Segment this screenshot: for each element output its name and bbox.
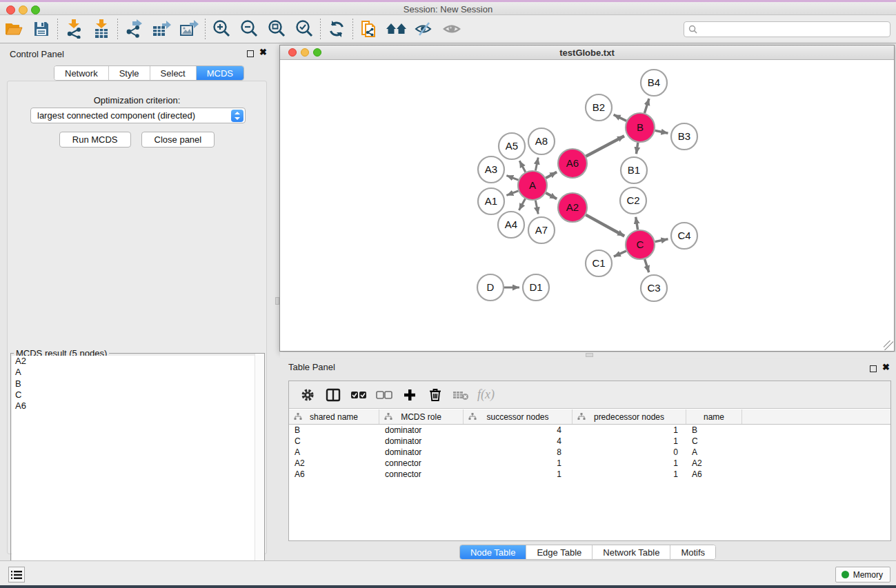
- graph-edge-C-C4[interactable]: [655, 239, 668, 242]
- mcds-list-scrollbar[interactable]: [255, 354, 264, 588]
- mcds-result-list[interactable]: A2ABCA6: [12, 356, 264, 588]
- unchecked-boxes-icon: [376, 390, 392, 400]
- graph-edge-C-C3[interactable]: [645, 259, 649, 272]
- table-row[interactable]: Bdominator41B: [289, 425, 890, 436]
- trash-icon: [429, 388, 441, 402]
- criterion-dropdown[interactable]: largest connected component (directed): [30, 108, 246, 123]
- control-panel-title: Control Panel: [10, 49, 64, 59]
- table-cell: B: [686, 425, 742, 436]
- graph-edge-A-A5[interactable]: [519, 161, 526, 172]
- close-panel-icon[interactable]: ✖: [259, 47, 267, 57]
- graph-edge-C-C2[interactable]: [636, 217, 638, 230]
- tab-node-table[interactable]: Node Table: [460, 545, 527, 559]
- export-table-button[interactable]: [148, 17, 175, 41]
- mcds-result-item[interactable]: C: [12, 389, 264, 401]
- column-header[interactable]: MCDS role: [379, 409, 464, 424]
- graph-node-label: A8: [535, 135, 548, 147]
- refresh-icon: [328, 20, 346, 38]
- tab-style[interactable]: Style: [109, 66, 150, 80]
- network-window-title: testGlobe.txt: [280, 48, 894, 58]
- save-session-button[interactable]: [28, 17, 55, 41]
- table-panel-content: f(x) shared nameMCDS rolesuccessor nodes…: [288, 381, 891, 541]
- tab-motifs[interactable]: Motifs: [670, 545, 715, 559]
- graph-edge-A-A1[interactable]: [506, 191, 518, 196]
- column-header[interactable]: successor nodes: [464, 409, 573, 424]
- graph-edge-A-A6[interactable]: [546, 172, 557, 179]
- mcds-result-item[interactable]: A2: [12, 356, 264, 367]
- column-header[interactable]: shared name: [289, 409, 379, 424]
- control-panel: Control Panel ✖ Network Style Select MCD…: [0, 43, 275, 560]
- delete-table-button[interactable]: [448, 384, 473, 406]
- hide-selected-button[interactable]: [410, 17, 438, 41]
- run-mcds-button[interactable]: Run MCDS: [59, 132, 131, 148]
- tab-mcds[interactable]: MCDS: [197, 66, 243, 80]
- table-settings-button[interactable]: [295, 384, 320, 406]
- node-table: shared nameMCDS rolesuccessor nodesprede…: [289, 409, 890, 480]
- graph-edge-B-B1[interactable]: [636, 143, 637, 154]
- table-header-row: shared nameMCDS rolesuccessor nodesprede…: [289, 409, 890, 425]
- float-panel-icon[interactable]: [247, 50, 254, 57]
- graph-edge-B-B2[interactable]: [614, 114, 627, 121]
- graph-edge-A-A8[interactable]: [535, 158, 538, 171]
- graph-edge-A6-B[interactable]: [586, 136, 624, 156]
- open-session-button[interactable]: [0, 17, 28, 41]
- task-history-button[interactable]: [8, 567, 25, 582]
- table-row[interactable]: A6connector11A6: [289, 469, 890, 480]
- mcds-result-item[interactable]: B: [12, 378, 264, 389]
- network-canvas[interactable]: B4B2BB3A8A5A6A3B1AA1C2A2A4A7C4CC1C3DD1: [280, 60, 894, 351]
- graph-node-label: A1: [485, 195, 497, 207]
- network-window-titlebar[interactable]: testGlobe.txt: [280, 45, 894, 60]
- tab-edge-table[interactable]: Edge Table: [526, 545, 593, 559]
- first-neighbors-button[interactable]: [383, 17, 410, 41]
- select-all-rows-button[interactable]: [346, 384, 371, 406]
- mcds-result-item[interactable]: A: [12, 367, 264, 378]
- search-input[interactable]: [697, 25, 890, 34]
- export-image-button[interactable]: [175, 17, 203, 41]
- mcds-result-item[interactable]: A6: [12, 401, 264, 412]
- table-cell: dominator: [379, 436, 464, 447]
- splitter-handle[interactable]: [586, 353, 593, 357]
- import-network-button[interactable]: [60, 17, 88, 41]
- search-field[interactable]: [684, 21, 890, 37]
- close-panel-icon[interactable]: ✖: [882, 362, 890, 372]
- graph-edge-A-A2[interactable]: [546, 193, 557, 199]
- function-builder-button[interactable]: f(x): [473, 384, 499, 406]
- graph-edge-C-C1[interactable]: [614, 251, 626, 256]
- zoom-in-button[interactable]: [208, 17, 235, 41]
- fit-content-button[interactable]: [263, 17, 290, 41]
- refresh-view-button[interactable]: [323, 17, 350, 41]
- column-header[interactable]: name: [686, 409, 742, 424]
- graph-edge-A2-C[interactable]: [586, 215, 624, 236]
- show-columns-button[interactable]: [320, 384, 346, 406]
- tab-network-table[interactable]: Network Table: [593, 545, 670, 559]
- float-panel-icon[interactable]: [870, 365, 877, 372]
- graph-edge-A-A4[interactable]: [519, 199, 525, 210]
- fit-selected-button[interactable]: [290, 17, 318, 41]
- graph-edge-A-A7[interactable]: [535, 201, 538, 214]
- horizontal-splitter[interactable]: [280, 352, 896, 358]
- window-resize-grip[interactable]: [884, 341, 893, 350]
- memory-button[interactable]: Memory: [835, 567, 890, 582]
- graph-edge-B-B3[interactable]: [655, 130, 668, 133]
- table-cell: dominator: [379, 447, 464, 458]
- delete-columns-button[interactable]: [422, 384, 448, 406]
- tab-network[interactable]: Network: [54, 66, 109, 80]
- column-header[interactable]: predecessor nodes: [573, 409, 686, 424]
- table-row[interactable]: Adominator80A: [289, 447, 890, 458]
- new-network-from-selection-button[interactable]: [355, 17, 383, 41]
- toolbar-separator: [320, 19, 321, 39]
- zoom-out-button[interactable]: [235, 17, 263, 41]
- import-table-button[interactable]: [88, 17, 115, 41]
- export-network-button[interactable]: [120, 17, 148, 41]
- table-row[interactable]: A2connector11A2: [289, 458, 890, 469]
- table-row[interactable]: Cdominator41C: [289, 436, 890, 447]
- show-all-button[interactable]: [438, 17, 466, 41]
- graph-edge-A-A3[interactable]: [506, 176, 518, 181]
- add-column-button[interactable]: [397, 384, 422, 406]
- tab-select[interactable]: Select: [150, 66, 197, 80]
- close-panel-button[interactable]: Close panel: [141, 132, 215, 148]
- table-cell: connector: [379, 458, 464, 469]
- graph-edge-B-B4[interactable]: [644, 99, 648, 113]
- table-cell: dominator: [379, 425, 464, 436]
- deselect-all-rows-button[interactable]: [371, 384, 397, 406]
